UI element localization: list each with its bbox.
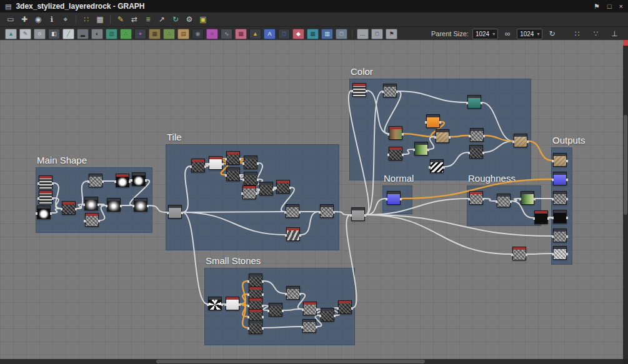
graph-node-c6[interactable] [470,128,484,142]
graph-node-t10[interactable] [286,204,299,218]
graph-node-s7[interactable] [269,303,282,317]
graph-node-o1[interactable] [553,172,567,185]
curve-icon[interactable]: ╱ [62,29,74,39]
graph-node-m4[interactable] [62,201,76,215]
graph-node-m7[interactable] [89,174,102,187]
graph-node-n0[interactable] [387,191,401,205]
graph-node-t11[interactable] [286,227,300,241]
graph-node-s8[interactable] [286,286,300,300]
graph-node-o3[interactable] [553,210,567,224]
graph-node-c4[interactable] [389,126,402,140]
graph-node-c7[interactable] [389,147,402,160]
graph-node-o4[interactable] [553,229,567,242]
shape-icon[interactable]: ● [134,29,146,39]
graph-node-m6[interactable] [85,213,99,227]
pin-window-button[interactable]: ⚑ [594,2,600,11]
graph-canvas[interactable]: Main ShapeTileSmall StonesColorNormalRou… [0,40,628,364]
output-preview-icon[interactable]: ∷ [571,28,583,39]
select-tool-icon[interactable]: ▭ [4,14,17,25]
graph-node-s2[interactable] [249,273,262,287]
pin-comment-icon[interactable]: ⚑ [386,29,397,39]
graph-node-c8[interactable] [414,142,428,155]
graph-node-m10[interactable] [107,198,121,212]
clouds-noise-icon[interactable]: ≈ [206,29,218,39]
vertical-scroll-handle[interactable] [624,115,627,215]
anchor-icon[interactable]: ⊥ [608,28,621,39]
transform-2d-icon[interactable]: □ [278,29,290,39]
graph-node-c2[interactable] [467,95,481,109]
graph-node-s12[interactable] [302,319,316,333]
graph-node-c9[interactable] [469,145,483,159]
graph-node-s10[interactable] [321,308,334,322]
graph-node-m2[interactable] [39,190,52,204]
uniform-color-icon[interactable]: ○ [34,29,46,39]
grid-snap-icon[interactable]: ▦ [94,14,106,25]
graph-node-l1[interactable] [512,247,526,260]
edit-note-icon[interactable]: ▣ [197,14,209,25]
graph-node-m3[interactable] [37,205,51,219]
graph-node-c3[interactable] [426,114,440,128]
graph-node-m5[interactable] [84,197,98,210]
height-blend-icon[interactable]: ▤ [177,29,189,39]
graph-node-c10[interactable] [430,159,444,173]
graph-node-s6[interactable] [249,320,262,334]
graph-node-c0[interactable] [352,83,366,97]
blend-icon[interactable]: ◧ [48,29,60,39]
close-window-button[interactable]: × [619,2,623,11]
splatter-icon[interactable]: ∴ [163,29,175,39]
graph-node-t2[interactable] [209,156,222,170]
graph-node-r0[interactable] [469,191,483,205]
graph-node-t9[interactable] [276,180,290,194]
refresh-icon[interactable]: ↻ [169,14,182,25]
levels-icon[interactable]: ≡ [142,14,154,25]
svg-node-icon[interactable]: ✎ [19,29,31,39]
frame-tool-icon[interactable]: □ [371,29,383,39]
graph-node-t5[interactable] [244,155,257,169]
graph-node-m8[interactable] [116,174,129,187]
tile-generator-icon[interactable]: ▦ [307,29,319,39]
graph-node-r2[interactable] [521,191,534,205]
bitmap-node-icon[interactable]: ▲ [5,29,17,39]
graph-node-m11[interactable] [134,198,147,212]
cells-noise-icon[interactable]: ▩ [235,29,247,39]
graph-node-c1[interactable] [383,84,397,97]
graph-node-b0[interactable] [534,210,548,224]
graph-node-t4[interactable] [226,167,240,181]
levels-node-icon[interactable]: ▂ [77,29,89,39]
graph-node-t1[interactable] [191,159,205,172]
graph-node-s9[interactable] [303,302,317,315]
graph-node-t3[interactable] [226,151,240,165]
graph-node-m1[interactable] [39,175,52,189]
graph-node-c5[interactable] [436,129,449,143]
connector-dots-icon[interactable]: ∵ [589,28,602,39]
graph-node-o0[interactable] [553,153,567,167]
graph-node-s1[interactable] [226,297,239,310]
graph-node-t12[interactable] [320,204,334,218]
graph-node-s11[interactable] [338,300,352,314]
graph-node-j[interactable] [351,207,365,221]
comment-icon[interactable]: … [357,29,369,39]
relative-size-icon[interactable]: ↻ [546,28,558,39]
snapshot-icon[interactable]: ◉ [32,14,44,25]
graph-node-c11[interactable] [514,134,527,147]
tools-icon[interactable]: ⚙ [183,14,196,25]
graph-node-t7[interactable] [242,185,256,199]
graph-node-t0[interactable] [168,205,182,219]
transform-tool-icon[interactable]: ✚ [18,14,31,25]
parent-height-dropdown[interactable]: 1024 ▾ [517,29,542,39]
graph-node-r1[interactable] [497,194,511,207]
float-window-button[interactable]: □ [607,2,612,11]
gradient-map-icon[interactable]: ▥ [106,29,117,39]
graph-node-t6[interactable] [244,172,257,185]
horizontal-scrollbar[interactable] [0,359,623,364]
shuffle-links-icon[interactable]: ⇄ [128,14,141,25]
graph-node-m9[interactable] [132,172,146,186]
graph-node-s0[interactable] [208,297,222,310]
link-size-icon[interactable]: ∞ [501,28,514,39]
zoom-icon[interactable]: ⌖ [59,14,72,25]
safe-transform-icon[interactable]: □ [336,29,347,39]
graph-node-o5[interactable] [553,246,567,260]
text-node-icon[interactable]: A [264,29,276,39]
graph-node-o2[interactable] [553,191,567,205]
graph-node-t8[interactable] [259,182,273,195]
